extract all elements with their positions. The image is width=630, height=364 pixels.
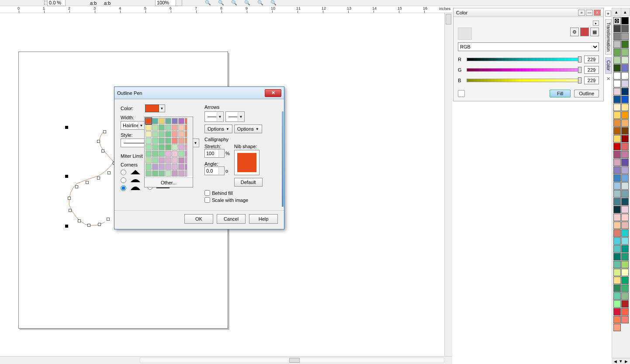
palette-swatch[interactable] [621, 284, 629, 292]
color-dropdown-arrow[interactable]: ▼ [159, 104, 165, 112]
corner-bevel-option[interactable] [121, 185, 141, 191]
popup-color-swatch[interactable] [145, 144, 152, 150]
palette-swatch[interactable] [621, 127, 629, 135]
palette-swatch[interactable] [613, 245, 621, 253]
popup-color-swatch[interactable] [145, 131, 152, 137]
behind-fill-checkbox[interactable]: Behind fill [204, 190, 278, 196]
palette-swatch[interactable] [621, 182, 629, 190]
palette-swatch[interactable] [613, 135, 621, 142]
popup-color-swatch[interactable] [178, 157, 184, 163]
path-node[interactable] [101, 149, 104, 153]
path-node[interactable] [98, 223, 101, 226]
palette-swatch[interactable] [613, 104, 621, 111]
popup-color-swatch[interactable] [172, 151, 178, 157]
sliders-mode-button[interactable]: ⚙ [570, 28, 579, 36]
canvas-horizontal-scrollbar[interactable] [0, 356, 452, 364]
popup-color-swatch[interactable] [165, 170, 171, 177]
path-node[interactable] [69, 209, 72, 212]
palette-swatch[interactable] [621, 316, 629, 323]
zoom-all-icon[interactable]: 🔍 [243, 0, 251, 6]
ab-icon-1[interactable]: a:b [90, 0, 97, 6]
popup-color-swatch[interactable] [165, 164, 171, 170]
palette-swatch[interactable] [613, 96, 621, 103]
path-node[interactable] [107, 171, 111, 174]
popup-color-swatch[interactable] [159, 151, 165, 157]
path-node[interactable] [97, 177, 100, 180]
palette-swatch[interactable] [613, 261, 621, 268]
ab-icon-2[interactable]: a:b [104, 0, 111, 6]
palette-swatch[interactable] [621, 166, 629, 174]
docker-menu-arrow[interactable]: ▸ [593, 21, 599, 26]
canvas-vertical-scrollbar[interactable] [444, 13, 452, 356]
popup-color-swatch[interactable] [165, 125, 171, 131]
palette-swatch[interactable] [621, 111, 629, 119]
palette-swatch[interactable] [621, 300, 629, 308]
palette-swatch[interactable] [621, 49, 629, 56]
path-node[interactable] [103, 130, 106, 133]
viewer-mode-button[interactable] [580, 28, 589, 36]
palette-swatch[interactable] [621, 174, 629, 182]
popup-color-swatch[interactable] [165, 157, 171, 163]
zoom-width-icon[interactable]: 🔍 [270, 0, 277, 6]
palette-swatch[interactable] [621, 237, 629, 245]
zoom-selection-icon[interactable]: 🔍 [230, 0, 238, 6]
palette-swatch[interactable] [613, 56, 621, 64]
popup-color-swatch[interactable] [172, 144, 178, 150]
path-node[interactable] [68, 197, 71, 200]
popup-color-swatch[interactable] [172, 164, 178, 170]
popup-color-swatch[interactable] [152, 151, 158, 157]
palette-swatch[interactable] [621, 229, 629, 237]
popup-color-swatch[interactable] [178, 125, 184, 131]
palette-swatch[interactable] [621, 245, 629, 253]
palette-swatch[interactable] [621, 214, 629, 221]
other-colors-button[interactable]: Other... [145, 177, 193, 187]
palette-swatch[interactable] [613, 292, 621, 300]
popup-color-swatch[interactable] [172, 125, 178, 131]
popup-color-swatch[interactable] [152, 170, 158, 177]
palette-swatch[interactable] [613, 237, 621, 245]
popup-color-swatch[interactable] [152, 138, 158, 144]
color-model-select[interactable]: RGB [458, 42, 599, 51]
corner-round-option[interactable] [121, 177, 141, 183]
path-node[interactable] [86, 181, 89, 184]
docker-add-icon[interactable]: + [605, 10, 611, 17]
palettes-mode-button[interactable]: ▦ [590, 28, 599, 36]
palette-swatch[interactable] [613, 300, 621, 308]
palette-swatch[interactable] [621, 261, 629, 268]
color-grid[interactable] [145, 117, 193, 177]
palette-swatch[interactable] [613, 190, 621, 198]
palette-scroll-down[interactable]: ◄▾► [612, 358, 630, 364]
palette-swatch[interactable] [613, 159, 621, 166]
popup-color-swatch[interactable] [152, 157, 158, 163]
palette-swatch[interactable] [613, 277, 621, 284]
arrow-end-combo[interactable]: ▼ [225, 111, 245, 122]
stretch-input[interactable]: 100 [204, 149, 225, 158]
palette-swatch[interactable] [613, 166, 621, 174]
zoom-input[interactable]: 100% [155, 0, 176, 6]
path-node[interactable] [75, 185, 78, 188]
popup-color-swatch[interactable] [172, 138, 178, 144]
popup-color-swatch[interactable] [152, 131, 158, 137]
popup-color-swatch[interactable] [159, 170, 165, 177]
arrow-start-combo[interactable]: ▼ [204, 111, 224, 122]
lock-icon[interactable] [458, 90, 465, 97]
palette-swatch[interactable] [613, 198, 621, 205]
palette-swatch[interactable] [621, 25, 629, 32]
docker-close-button[interactable]: ✕ [594, 10, 601, 16]
palette-swatch[interactable] [621, 64, 629, 72]
popup-color-swatch[interactable] [178, 131, 184, 137]
g-value[interactable]: 229 [584, 66, 599, 74]
g-slider[interactable] [467, 68, 582, 72]
zoom-page-icon[interactable]: 🔍 [256, 0, 264, 6]
popup-color-swatch[interactable] [159, 138, 165, 144]
popup-color-swatch[interactable] [145, 170, 152, 177]
popup-color-swatch[interactable] [159, 144, 165, 150]
palette-swatch[interactable] [621, 119, 629, 127]
popup-color-swatch[interactable] [165, 151, 171, 157]
palette-swatch[interactable] [621, 206, 629, 213]
palette-swatch[interactable] [621, 143, 629, 150]
help-button[interactable]: Help [249, 214, 278, 224]
palette-swatch[interactable] [613, 64, 621, 72]
path-node[interactable] [97, 140, 100, 143]
b-slider[interactable] [467, 79, 582, 82]
